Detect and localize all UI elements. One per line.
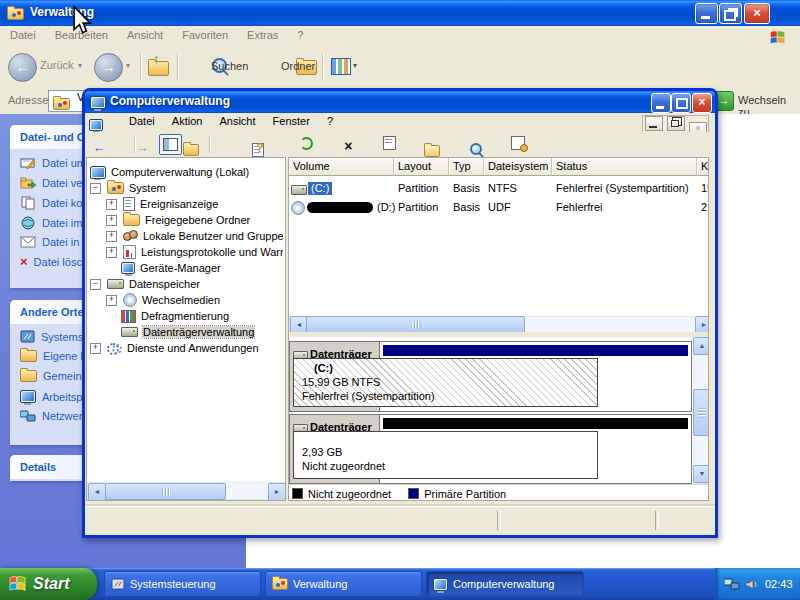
search-icon[interactable] (467, 140, 485, 157)
menu-datei[interactable]: Datei (2, 26, 44, 44)
column-header-layout[interactable]: Layout (394, 158, 449, 176)
unallocated-bar[interactable]: 2,93 GB Nicht zugeordnet (293, 431, 598, 479)
tree-horizontal-scrollbar[interactable]: ◄ ► (87, 482, 286, 500)
views-icon[interactable] (331, 58, 351, 75)
explorer-titlebar[interactable]: Verwaltung × (0, 0, 800, 26)
expand-icon[interactable]: + (106, 247, 117, 258)
search-label[interactable]: Suchen (211, 60, 248, 72)
expand-icon[interactable]: + (106, 215, 117, 226)
volume-row-c[interactable]: (C:) Partition Basis NTFS Fehlerfrei (Sy… (289, 179, 709, 198)
up-level-icon[interactable] (182, 141, 200, 158)
scroll-down-icon[interactable]: ▼ (693, 465, 709, 483)
address-label: Adresse (8, 94, 48, 106)
clock[interactable]: 02:43 (765, 578, 793, 590)
tree-item-freigegebene-ordner[interactable]: + Freigegebene Ordner (87, 212, 283, 228)
windows-logo-icon (768, 29, 788, 47)
close-button[interactable]: × (692, 93, 712, 113)
views-dropdown-icon[interactable]: ▾ (353, 61, 357, 70)
disk-view-vertical-scrollbar[interactable]: ▲ ▼ (693, 336, 709, 484)
back-icon[interactable]: ← (8, 53, 37, 82)
publish-web-icon (20, 216, 36, 230)
volume-tray-icon[interactable] (745, 578, 758, 591)
network-tray-icon[interactable] (724, 578, 740, 591)
email-icon (20, 236, 36, 248)
delete-icon: × (20, 256, 28, 268)
scroll-right-icon[interactable]: ► (268, 483, 286, 501)
scrollbar-thumb[interactable] (105, 483, 226, 500)
pane-splitter[interactable] (289, 332, 709, 337)
start-button[interactable]: Start (0, 568, 97, 600)
maximize-button[interactable] (671, 93, 691, 113)
close-button[interactable]: × (744, 3, 770, 24)
help-icon[interactable]: ? (248, 140, 266, 157)
menu-aktion[interactable]: Aktion (165, 113, 210, 129)
expand-icon[interactable]: + (90, 343, 101, 354)
tree-item-datentraegerverwaltung[interactable]: Datenträgerverwaltung (87, 324, 283, 340)
column-header-kapazitaet[interactable]: K (697, 158, 709, 176)
tree-item-datenspeicher[interactable]: − Datenspeicher (87, 276, 283, 292)
collapse-icon[interactable]: − (90, 279, 101, 290)
console-window-icon[interactable] (510, 135, 528, 152)
expand-icon[interactable]: + (106, 295, 117, 306)
refresh-icon[interactable] (298, 135, 316, 152)
column-header-dateisystem[interactable]: Dateisystem (484, 158, 552, 176)
control-panel-icon (20, 330, 35, 343)
cd-icon (291, 201, 305, 215)
menu-ansicht[interactable]: Ansicht (212, 113, 262, 129)
task-button-verwaltung[interactable]: Verwaltung (265, 571, 422, 597)
tree-item-computerverwaltung[interactable]: Computerverwaltung (Lokal) (87, 164, 283, 180)
minimize-button[interactable] (651, 93, 671, 113)
scroll-left-icon[interactable]: ◄ (88, 483, 106, 501)
column-header-typ[interactable]: Typ (449, 158, 484, 176)
mdi-restore-button[interactable] (667, 116, 685, 131)
volume-row-d[interactable]: (D:) Partition Basis UDF Fehlerfrei 2, (289, 198, 709, 217)
tree-item-system[interactable]: − System (87, 180, 283, 196)
console-titlebar[interactable]: Computerverwaltung × (85, 91, 715, 113)
menu-fenster[interactable]: Fenster (266, 113, 317, 129)
forward-icon[interactable]: → (94, 53, 123, 82)
tree-item-ereignisanzeige[interactable]: + Ereignisanzeige (87, 196, 283, 212)
tree-item-leistungsprotokolle[interactable]: + Leistungsprotokolle und Warnungen (87, 244, 283, 260)
disk-legend: Nicht zugeordnet Primäre Partition (289, 484, 709, 501)
volume-c-bar[interactable]: (C:) 15,99 GB NTFS Fehlerfrei (Systempar… (293, 358, 598, 407)
console-icon (89, 119, 103, 131)
back-dropdown-icon[interactable]: ▾ (78, 61, 82, 70)
task-button-systemsteuerung[interactable]: Systemsteuerung (104, 571, 261, 597)
menu-hilfe[interactable]: ? (320, 113, 340, 129)
tree-item-wechselmedien[interactable]: + Wechselmedien (87, 292, 283, 308)
delete-icon[interactable]: × (339, 138, 357, 155)
folders-label[interactable]: Ordner (281, 60, 315, 72)
tree-item-dienste[interactable]: + Dienste und Anwendungen (87, 340, 283, 356)
mdi-minimize-button[interactable] (645, 116, 663, 131)
back-label[interactable]: Zurück (40, 59, 74, 71)
copy-icon (20, 196, 36, 210)
task-button-computerverwaltung[interactable]: Computerverwaltung (426, 571, 584, 597)
tree-item-lokale-benutzer[interactable]: + Lokale Benutzer und Gruppen (87, 228, 283, 244)
collapse-icon[interactable]: − (90, 183, 101, 194)
forward-icon[interactable]: → (133, 140, 151, 157)
scrollbar-thumb[interactable] (693, 389, 709, 436)
minimize-button[interactable] (695, 3, 718, 24)
restore-button[interactable] (719, 3, 742, 24)
menu-datei[interactable]: Datei (122, 113, 162, 129)
column-header-status[interactable]: Status (552, 158, 697, 176)
column-header-volume[interactable]: Volume (289, 158, 394, 176)
menu-extras[interactable]: Extras (239, 26, 286, 44)
show-tree-toggle[interactable] (159, 134, 182, 155)
tree-item-geraete-manager[interactable]: Geräte-Manager (87, 260, 283, 276)
back-icon[interactable]: ← (90, 140, 108, 157)
properties-icon[interactable] (381, 135, 399, 152)
forward-dropdown-icon[interactable]: ▾ (126, 61, 130, 70)
system-tray: 02:43 (715, 568, 800, 600)
menu-favoriten[interactable]: Favoriten (174, 26, 236, 44)
scroll-up-icon[interactable]: ▲ (693, 337, 709, 355)
tree-item-defragmentierung[interactable]: Defragmentierung (87, 308, 283, 324)
expand-icon[interactable]: + (106, 231, 117, 242)
up-arrow-icon[interactable]: ↑ (153, 51, 160, 66)
my-computer-icon (20, 390, 36, 403)
menu-hilfe[interactable]: ? (289, 26, 311, 44)
volume-fs: NTFS (488, 182, 517, 194)
expand-icon[interactable]: + (106, 199, 117, 210)
menu-ansicht[interactable]: Ansicht (119, 26, 171, 44)
scrollbar-thumb[interactable] (306, 316, 525, 333)
